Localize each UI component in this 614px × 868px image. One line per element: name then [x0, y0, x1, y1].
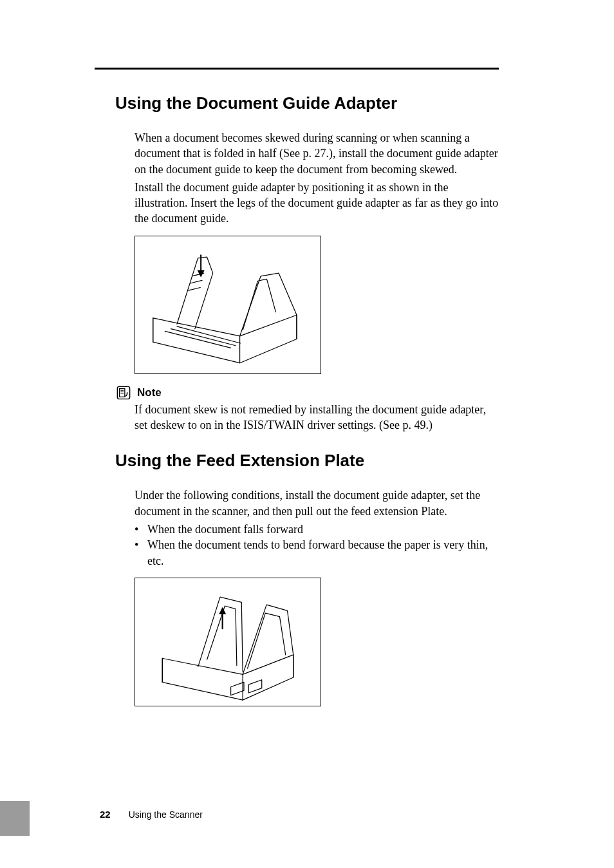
- bullet-marker: •: [135, 522, 141, 537]
- bullet-item: • When the document falls forward: [135, 522, 501, 537]
- bullet-marker: •: [135, 537, 141, 569]
- section1-para1: When a document becomes skewed during sc…: [135, 130, 501, 177]
- svg-point-5: [127, 392, 128, 393]
- note-header: Note: [116, 386, 501, 401]
- manual-page: Using the Document Guide Adapter When a …: [0, 0, 614, 868]
- bullet-item: • When the document tends to bend forwar…: [135, 537, 501, 569]
- section2-intro: Under the following conditions, install …: [135, 487, 501, 519]
- page-number: 22: [100, 809, 111, 820]
- footer-section-title: Using the Scanner: [129, 809, 203, 820]
- scanner-guide-adapter-illustration: [141, 240, 315, 369]
- note-icon: [116, 386, 131, 400]
- content-column: Using the Document Guide Adapter When a …: [115, 93, 501, 718]
- section2-body: Under the following conditions, install …: [135, 487, 501, 706]
- footer-tab: [0, 801, 30, 836]
- figure-feed-extension-plate: [135, 578, 321, 706]
- section1-body: When a document becomes skewed during sc…: [135, 130, 501, 433]
- scanner-feed-extension-illustration: [141, 582, 315, 701]
- footer-text: 22Using the Scanner: [100, 809, 203, 820]
- note-body: If document skew is not remedied by inst…: [135, 402, 501, 433]
- top-rule: [95, 68, 499, 70]
- section2-heading: Using the Feed Extension Plate: [115, 451, 501, 471]
- figure-document-guide-adapter: [135, 236, 321, 374]
- svg-rect-1: [120, 389, 125, 397]
- bullet-text-1: When the document falls forward: [147, 522, 303, 537]
- section1-para2: Install the document guide adapter by po…: [135, 180, 501, 227]
- note-label: Note: [137, 386, 162, 401]
- section1-heading: Using the Document Guide Adapter: [115, 93, 501, 113]
- bullet-text-2: When the document tends to bend forward …: [147, 537, 501, 569]
